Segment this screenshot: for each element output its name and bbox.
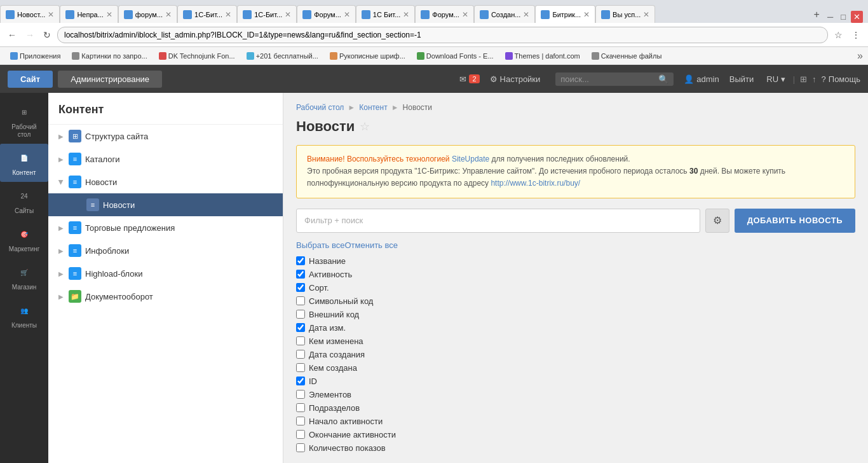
column-checkbox-2[interactable] bbox=[296, 283, 305, 292]
nav-item-structure[interactable]: ▶⊞ Структура сайта bbox=[48, 125, 283, 148]
tab-close-button[interactable]: ✕ bbox=[225, 10, 231, 19]
browser-tab-11[interactable]: Вы усп... ✕ bbox=[595, 5, 655, 23]
nav-item-trade[interactable]: ▶≡ Торговые предложения bbox=[48, 216, 283, 239]
messages-button[interactable]: ✉ 2 bbox=[459, 74, 479, 84]
browser-tab-2[interactable]: Непра... ✕ bbox=[60, 5, 118, 23]
new-tab-button[interactable]: + bbox=[809, 6, 825, 23]
bookmark-item[interactable]: DK Technojunk Fon... bbox=[154, 51, 240, 61]
help-button[interactable]: ? Помощь bbox=[822, 74, 860, 84]
address-input[interactable] bbox=[57, 27, 828, 43]
bookmark-item[interactable]: Themes | dafont.com bbox=[500, 51, 585, 61]
column-checkbox-item-9[interactable]: ID bbox=[296, 375, 855, 387]
sidebar-item-clients[interactable]: 👥 Клиенты bbox=[0, 296, 48, 335]
column-checkbox-9[interactable] bbox=[296, 377, 305, 385]
column-checkbox-item-11[interactable]: Подразделов bbox=[296, 402, 855, 414]
browser-tab-3[interactable]: форум... ✕ bbox=[118, 5, 177, 23]
maximize-button[interactable]: □ bbox=[838, 11, 848, 23]
search-input[interactable] bbox=[560, 74, 656, 84]
add-news-button[interactable]: ДОБАВИТЬ НОВОСТЬ bbox=[735, 209, 855, 233]
column-checkbox-item-6[interactable]: Кем изменена bbox=[296, 335, 855, 347]
tab-close-button[interactable]: ✕ bbox=[106, 10, 112, 19]
select-all-label[interactable]: Выбрать все bbox=[296, 240, 344, 250]
column-checkbox-item-13[interactable]: Окончание активности bbox=[296, 429, 855, 441]
settings-button[interactable]: ⚙ Настройки bbox=[485, 74, 546, 84]
sidebar-item-desktop[interactable]: ⊞ Рабочийстол bbox=[0, 98, 48, 144]
column-checkbox-8[interactable] bbox=[296, 363, 305, 372]
close-button[interactable]: ✕ bbox=[851, 11, 863, 23]
topbar-icon2[interactable]: ↑ bbox=[812, 74, 817, 84]
column-checkbox-6[interactable] bbox=[296, 336, 305, 345]
tab-close-button[interactable]: ✕ bbox=[523, 10, 529, 19]
bookmark-item[interactable]: Скаченные файлы bbox=[587, 51, 667, 61]
tab-close-button[interactable]: ✕ bbox=[462, 10, 468, 19]
sidebar-item-content[interactable]: 📄 Контент bbox=[0, 144, 48, 182]
column-checkbox-11[interactable] bbox=[296, 403, 305, 412]
bookmark-item[interactable]: Рукописные шриф... bbox=[325, 51, 410, 61]
column-checkbox-5[interactable] bbox=[296, 323, 305, 332]
column-checkbox-item-12[interactable]: Начало активности bbox=[296, 415, 855, 427]
sidebar-item-marketing[interactable]: 🎯 Маркетинг bbox=[0, 220, 48, 258]
deselect-all-label[interactable]: Отменить все bbox=[344, 240, 398, 250]
column-checkbox-item-4[interactable]: Внешний код bbox=[296, 308, 855, 321]
column-checkbox-7[interactable] bbox=[296, 350, 305, 359]
exit-button[interactable]: Выйти bbox=[724, 74, 759, 84]
bookmark-item[interactable]: Картинки по запро... bbox=[67, 51, 152, 61]
bookmark-star-button[interactable]: ☆ bbox=[832, 29, 845, 41]
browser-tab-4[interactable]: 1С-Бит... ✕ bbox=[177, 5, 237, 23]
sidebar-item-shop[interactable]: 🛒 Магазин bbox=[0, 258, 48, 296]
alert-siteupdate-link[interactable]: SiteUpdate bbox=[452, 155, 489, 163]
bookmark-item[interactable]: Download Fonts - E... bbox=[412, 51, 499, 61]
nav-item-catalogs[interactable]: ▶≡ Каталоги bbox=[48, 148, 283, 170]
column-checkbox-0[interactable] bbox=[296, 256, 305, 265]
column-checkbox-1[interactable] bbox=[296, 270, 305, 279]
column-checkbox-12[interactable] bbox=[296, 417, 305, 425]
bookmarks-more-button[interactable]: » bbox=[857, 50, 863, 62]
browser-tab-1[interactable]: Новост... ✕ bbox=[0, 5, 60, 23]
tab-close-button[interactable]: ✕ bbox=[643, 10, 649, 19]
tab-close-button[interactable]: ✕ bbox=[48, 10, 54, 19]
nav-item-docs[interactable]: ▶📁 Документооборот bbox=[48, 285, 283, 308]
browser-tab-8[interactable]: Форум... ✕ bbox=[415, 5, 474, 23]
tab-close-button[interactable]: ✕ bbox=[344, 10, 350, 19]
column-checkbox-item-3[interactable]: Символьный код bbox=[296, 295, 855, 307]
column-checkbox-item-5[interactable]: Дата изм. bbox=[296, 322, 855, 334]
column-checkbox-item-14[interactable]: Количество показов bbox=[296, 442, 855, 454]
nav-item-highload[interactable]: ▶≡ Highload-блоки bbox=[48, 262, 283, 285]
minimize-button[interactable]: ─ bbox=[825, 11, 836, 23]
column-checkbox-item-10[interactable]: Элементов bbox=[296, 389, 855, 401]
tab-close-button[interactable]: ✕ bbox=[583, 10, 590, 19]
bookmark-item[interactable]: Приложения bbox=[5, 51, 65, 61]
breadcrumb-content[interactable]: Контент bbox=[359, 103, 387, 112]
search-box[interactable]: 🔍 bbox=[555, 73, 674, 86]
column-checkbox-14[interactable] bbox=[296, 443, 305, 452]
bookmark-item[interactable]: +201 бесплатный... bbox=[241, 51, 323, 61]
browser-tab-9[interactable]: Создан... ✕ bbox=[474, 5, 536, 23]
column-checkbox-item-1[interactable]: Активность bbox=[296, 268, 855, 280]
admin-button[interactable]: Администрирование bbox=[58, 71, 162, 88]
filter-input[interactable] bbox=[296, 209, 700, 233]
language-selector[interactable]: RU ▾ bbox=[764, 74, 787, 84]
sidebar-item-sites[interactable]: 24 Сайты bbox=[0, 182, 48, 220]
tab-close-button[interactable]: ✕ bbox=[165, 10, 172, 19]
column-checkbox-item-7[interactable]: Дата создания bbox=[296, 349, 855, 361]
favorite-star-icon[interactable]: ☆ bbox=[360, 120, 370, 134]
reload-button[interactable]: ↻ bbox=[41, 29, 53, 41]
browser-tab-7[interactable]: 1С Бит... ✕ bbox=[356, 5, 415, 23]
nav-item-infoblocks[interactable]: ▶≡ Инфоблоки bbox=[48, 239, 283, 262]
column-checkbox-item-0[interactable]: Название bbox=[296, 255, 855, 267]
column-checkbox-4[interactable] bbox=[296, 310, 305, 319]
nav-item-news_parent[interactable]: ▶≡ Новости bbox=[48, 170, 283, 193]
browser-menu-button[interactable]: ⋮ bbox=[849, 29, 863, 41]
column-checkbox-item-8[interactable]: Кем создана bbox=[296, 362, 855, 374]
alert-buy-link[interactable]: http://www.1c-bitrix.ru/buy/ bbox=[491, 179, 580, 188]
browser-tab-5[interactable]: 1С-Бит... ✕ bbox=[237, 5, 297, 23]
column-checkbox-3[interactable] bbox=[296, 296, 305, 305]
breadcrumb-desktop[interactable]: Рабочий стол bbox=[296, 103, 344, 112]
filter-settings-button[interactable]: ⚙ bbox=[705, 209, 729, 233]
topbar-icon1[interactable]: ⊞ bbox=[800, 74, 807, 84]
column-checkbox-item-2[interactable]: Сорт. bbox=[296, 282, 855, 294]
browser-tab-10[interactable]: Битрик... ✕ bbox=[535, 5, 595, 23]
column-checkbox-13[interactable] bbox=[296, 430, 305, 439]
browser-tab-6[interactable]: Форум... ✕ bbox=[297, 5, 356, 23]
select-all-row[interactable]: Выбрать все Отменить все bbox=[296, 240, 855, 250]
